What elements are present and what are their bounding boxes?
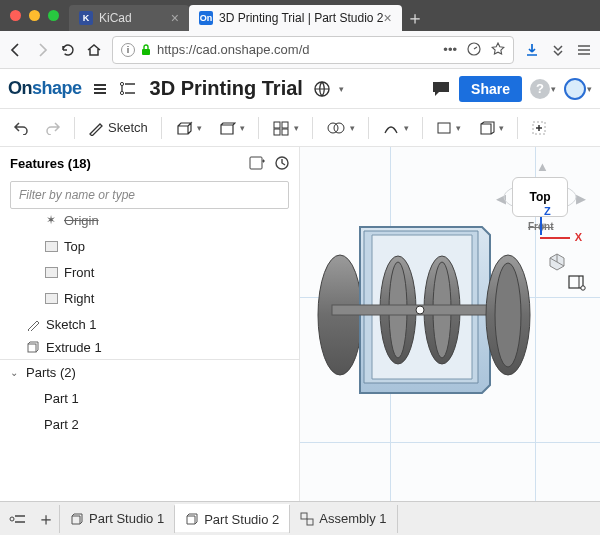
browser-tab-strip: K KiCad × On 3D Printing Trial | Part St… bbox=[0, 0, 600, 31]
browser-tab-onshape[interactable]: On 3D Printing Trial | Part Studio 2 × bbox=[189, 5, 402, 31]
workspace: Features (18) Filter by name or type ✶ O… bbox=[0, 147, 600, 501]
address-bar[interactable]: i https://cad.onshape.com/d ••• bbox=[112, 36, 514, 64]
globe-icon[interactable] bbox=[313, 80, 331, 98]
chevron-down-icon[interactable]: ▾ bbox=[339, 84, 344, 94]
home-button[interactable] bbox=[86, 42, 102, 58]
svg-point-31 bbox=[10, 517, 14, 521]
reader-icon[interactable] bbox=[467, 42, 481, 57]
tab-manager-icon[interactable] bbox=[4, 505, 32, 533]
svg-rect-0 bbox=[142, 49, 150, 55]
chevron-down-icon[interactable]: ▾ bbox=[587, 84, 592, 94]
tab-assembly-1[interactable]: Assembly 1 bbox=[289, 505, 397, 533]
feature-tree-panel: Features (18) Filter by name or type ✶ O… bbox=[0, 147, 300, 501]
reload-button[interactable] bbox=[60, 42, 76, 58]
view-cube[interactable]: ▲ ◀ ▶ ▼ Top Z Front X bbox=[492, 159, 588, 279]
tab-part-studio-2[interactable]: Part Studio 2 bbox=[174, 504, 290, 532]
document-menu-icon[interactable] bbox=[90, 79, 110, 99]
tab-label: KiCad bbox=[99, 11, 132, 25]
svg-rect-29 bbox=[569, 276, 583, 288]
tab-bar: ＋ Part Studio 1 Part Studio 2 Assembly 1 bbox=[0, 501, 600, 535]
app-header: Onshape 3D Printing Trial ▾ Share ? ▾ ▾ bbox=[0, 69, 600, 109]
chevron-down-icon[interactable]: ▾ bbox=[551, 84, 556, 94]
svg-point-25 bbox=[416, 306, 424, 314]
tree-item-sketch1[interactable]: Sketch 1 bbox=[0, 311, 299, 337]
browser-tab-kicad[interactable]: K KiCad × bbox=[69, 5, 189, 31]
svg-rect-7 bbox=[274, 129, 280, 135]
page-actions-icon[interactable]: ••• bbox=[443, 42, 457, 57]
svg-rect-15 bbox=[45, 241, 57, 251]
tab-part-studio-1[interactable]: Part Studio 1 bbox=[59, 505, 175, 533]
add-custom-button[interactable] bbox=[526, 117, 552, 139]
axis-z-label: Z bbox=[544, 205, 551, 217]
section-view-icon[interactable] bbox=[568, 275, 586, 291]
svg-point-30 bbox=[581, 286, 585, 290]
forward-button[interactable] bbox=[34, 42, 50, 58]
back-button[interactable] bbox=[8, 42, 24, 58]
svg-point-10 bbox=[334, 123, 344, 133]
add-feature-icon[interactable] bbox=[249, 156, 265, 170]
sketch-button[interactable]: Sketch bbox=[83, 117, 153, 139]
tab-label: 3D Printing Trial | Part Studio 2 bbox=[219, 11, 384, 25]
svg-rect-8 bbox=[282, 129, 288, 135]
tree-item-top[interactable]: Top bbox=[0, 233, 299, 259]
feature-tree: ✶ Origin Top Front Right Sketch 1 Ext bbox=[0, 215, 299, 501]
svg-rect-32 bbox=[301, 513, 307, 519]
share-button[interactable]: Share bbox=[459, 76, 522, 102]
tab-close-icon[interactable]: × bbox=[384, 10, 392, 26]
features-header: Features (18) bbox=[0, 147, 299, 179]
surface-button[interactable]: ▾ bbox=[472, 117, 509, 139]
comments-icon[interactable] bbox=[431, 79, 451, 99]
undo-button[interactable] bbox=[8, 118, 34, 138]
onshape-logo[interactable]: Onshape bbox=[8, 78, 82, 99]
tree-item-part[interactable]: Part 1 bbox=[0, 385, 299, 411]
tab-favicon-onshape: On bbox=[199, 11, 213, 25]
view-cube-face[interactable]: Top bbox=[512, 177, 568, 217]
chevron-down-icon[interactable]: ⌄ bbox=[10, 367, 18, 378]
new-tab-button[interactable]: ＋ bbox=[402, 5, 428, 31]
user-avatar[interactable] bbox=[564, 78, 586, 100]
site-info-icon[interactable]: i bbox=[121, 43, 135, 57]
tree-item-part[interactable]: Part 2 bbox=[0, 411, 299, 437]
svg-rect-13 bbox=[250, 157, 262, 169]
svg-rect-11 bbox=[438, 123, 450, 133]
redo-button[interactable] bbox=[40, 118, 66, 138]
svg-rect-18 bbox=[28, 344, 36, 352]
document-title[interactable]: 3D Printing Trial bbox=[150, 77, 303, 100]
tab-favicon-kicad: K bbox=[79, 11, 93, 25]
feature-toolbar: Sketch ▾ ▾ ▾ ▾ ▾ ▾ ▾ bbox=[0, 109, 600, 147]
svg-rect-17 bbox=[45, 293, 57, 303]
bookmark-star-icon[interactable] bbox=[491, 42, 505, 57]
tree-item-front[interactable]: Front bbox=[0, 259, 299, 285]
iso-cube-icon[interactable] bbox=[548, 253, 566, 271]
parts-header[interactable]: ⌄ Parts (2) bbox=[0, 359, 299, 385]
fillet-button[interactable]: ▾ bbox=[267, 117, 304, 139]
filter-input[interactable]: Filter by name or type bbox=[10, 181, 289, 209]
svg-point-3 bbox=[120, 91, 123, 94]
origin-icon: ✶ bbox=[44, 215, 58, 227]
tree-item-origin[interactable]: ✶ Origin bbox=[0, 215, 299, 233]
tab-close-icon[interactable]: × bbox=[171, 10, 179, 26]
axis-x-label: X bbox=[575, 231, 582, 243]
revolve-button[interactable]: ▾ bbox=[213, 117, 250, 139]
extrude-button[interactable]: ▾ bbox=[170, 117, 207, 139]
boolean-button[interactable]: ▾ bbox=[321, 117, 360, 139]
transform-button[interactable]: ▾ bbox=[377, 117, 414, 139]
window-close-button[interactable] bbox=[10, 10, 21, 21]
window-minimize-button[interactable] bbox=[29, 10, 40, 21]
svg-rect-5 bbox=[274, 122, 280, 128]
tree-toggle-icon[interactable] bbox=[118, 79, 138, 99]
plane-button[interactable]: ▾ bbox=[431, 117, 466, 139]
download-icon[interactable] bbox=[524, 42, 540, 58]
help-button[interactable]: ? bbox=[530, 79, 550, 99]
window-zoom-button[interactable] bbox=[48, 10, 59, 21]
svg-point-2 bbox=[120, 82, 123, 85]
overflow-chevron-icon[interactable] bbox=[550, 42, 566, 58]
rollback-icon[interactable] bbox=[275, 156, 289, 170]
graphics-canvas[interactable]: ▲ ◀ ▶ ▼ Top Z Front X bbox=[300, 147, 600, 501]
add-tab-button[interactable]: ＋ bbox=[32, 505, 60, 533]
hamburger-menu-icon[interactable] bbox=[576, 42, 592, 58]
tree-item-extrude1[interactable]: Extrude 1 bbox=[0, 337, 299, 357]
lock-icon bbox=[141, 44, 151, 56]
svg-point-9 bbox=[328, 123, 338, 133]
tree-item-right[interactable]: Right bbox=[0, 285, 299, 311]
